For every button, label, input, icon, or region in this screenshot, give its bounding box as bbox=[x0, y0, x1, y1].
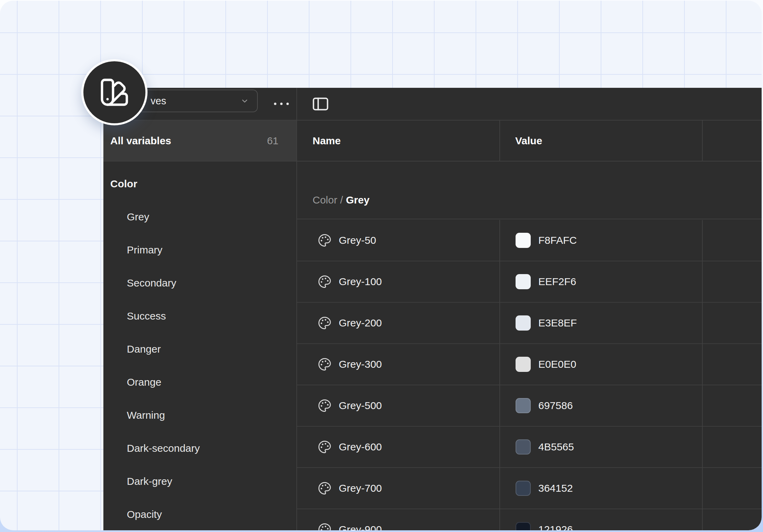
variable-hex-value: 364152 bbox=[538, 482, 573, 494]
toggle-sidebar-button[interactable] bbox=[309, 88, 332, 120]
variable-name-cell: Grey-900 bbox=[318, 509, 382, 530]
color-swatch[interactable] bbox=[516, 357, 531, 372]
variable-name-cell: Grey-500 bbox=[318, 385, 382, 426]
column-divider bbox=[702, 121, 703, 161]
variable-hex-value: EEF2F6 bbox=[538, 276, 576, 288]
palette-icon bbox=[318, 399, 332, 413]
variable-name-cell: Grey-50 bbox=[318, 220, 376, 261]
variable-hex-value: F8FAFC bbox=[538, 234, 577, 246]
sidebar-group-list: Color Grey Primary Secondary Success Dan… bbox=[103, 167, 296, 530]
variable-value-cell: 121926 bbox=[516, 509, 573, 530]
table-row-grey-600[interactable]: Grey-600 4B5565 bbox=[297, 427, 762, 468]
color-swatch[interactable] bbox=[516, 398, 531, 413]
variable-name: Grey-50 bbox=[339, 234, 376, 246]
column-divider bbox=[499, 121, 500, 161]
variable-name: Grey-100 bbox=[339, 276, 382, 288]
variable-name-cell: Grey-100 bbox=[318, 261, 382, 302]
sidebar-item-success[interactable]: Success bbox=[103, 300, 296, 333]
sidebar-item-label: Primary bbox=[127, 244, 162, 256]
color-swatch[interactable] bbox=[516, 439, 531, 455]
more-options-button[interactable] bbox=[265, 88, 297, 120]
sidebar-item-label: Secondary bbox=[127, 277, 176, 289]
variable-hex-value: E3E8EF bbox=[538, 317, 577, 329]
sidebar-section-label: Color bbox=[110, 178, 137, 190]
sidebar-item-orange[interactable]: Orange bbox=[103, 366, 296, 399]
column-header-name: Name bbox=[313, 121, 341, 161]
variables-badge bbox=[81, 59, 147, 125]
variable-hex-value: 121926 bbox=[538, 524, 573, 530]
table-row-grey-500[interactable]: Grey-500 697586 bbox=[297, 385, 762, 427]
variables-panel: ves bbox=[103, 88, 762, 530]
palette-icon bbox=[318, 523, 332, 530]
collection-dropdown-label: ves bbox=[151, 95, 241, 107]
variable-value-cell: 4B5565 bbox=[516, 427, 574, 467]
panel-topbar: ves bbox=[103, 88, 762, 121]
color-swatch[interactable] bbox=[516, 233, 531, 248]
palette-icon bbox=[318, 481, 332, 495]
sidebar-item-label: Grey bbox=[127, 211, 149, 223]
sidebar-item-secondary[interactable]: Secondary bbox=[103, 267, 296, 300]
collection-dropdown[interactable]: ves bbox=[136, 90, 258, 112]
variable-name: Grey-900 bbox=[339, 524, 382, 530]
variables-sidebar: All variables 61 Color Grey Primary Seco… bbox=[103, 121, 296, 530]
color-swatch[interactable] bbox=[516, 522, 531, 530]
table-row-grey-900[interactable]: Grey-900 121926 bbox=[297, 509, 762, 530]
variable-name: Grey-500 bbox=[339, 400, 382, 411]
color-swatch[interactable] bbox=[516, 315, 531, 331]
sidebar-item-label: Opacity bbox=[127, 509, 162, 520]
variable-name: Grey-200 bbox=[339, 317, 382, 329]
group-header: Color / Grey bbox=[297, 161, 762, 219]
variable-value-cell: E3E8EF bbox=[516, 303, 577, 343]
sidebar-item-label: Success bbox=[127, 310, 166, 322]
table-row-grey-200[interactable]: Grey-200 E3E8EF bbox=[297, 303, 762, 344]
sidebar-item-warning[interactable]: Warning bbox=[103, 399, 296, 432]
sidebar-section-color[interactable]: Color bbox=[103, 167, 296, 200]
variables-table: Name Value Color / Grey bbox=[297, 121, 762, 530]
canvas-card: ves bbox=[0, 1, 762, 530]
all-variables-label: All variables bbox=[110, 135, 267, 147]
variable-name: Grey-700 bbox=[339, 482, 382, 494]
panel-left-icon bbox=[312, 97, 329, 111]
palette-icon bbox=[318, 275, 332, 289]
table-row-grey-700[interactable]: Grey-700 364152 bbox=[297, 468, 762, 509]
ellipsis-icon bbox=[274, 103, 276, 105]
table-row-grey-300[interactable]: Grey-300 E0E0E0 bbox=[297, 344, 762, 385]
all-variables-count: 61 bbox=[267, 135, 278, 147]
sidebar-item-opacity[interactable]: Opacity bbox=[103, 498, 296, 530]
table-body: Grey-50 F8FAFC Grey-100 EEF2F6 bbox=[297, 220, 762, 530]
sidebar-item-dark-grey[interactable]: Dark-grey bbox=[103, 465, 296, 498]
sidebar-item-grey[interactable]: Grey bbox=[103, 200, 296, 233]
variable-name-cell: Grey-200 bbox=[318, 303, 382, 343]
sidebar-item-label: Danger bbox=[127, 343, 161, 355]
table-row-grey-100[interactable]: Grey-100 EEF2F6 bbox=[297, 261, 762, 303]
group-header-current: Grey bbox=[346, 194, 369, 206]
variable-value-cell: 697586 bbox=[516, 385, 573, 426]
variable-name-cell: Grey-700 bbox=[318, 468, 382, 509]
sidebar-item-label: Warning bbox=[127, 409, 165, 421]
column-divider bbox=[499, 220, 500, 530]
sidebar-item-all-variables[interactable]: All variables 61 bbox=[103, 121, 296, 161]
sidebar-item-dark-secondary[interactable]: Dark-secondary bbox=[103, 432, 296, 465]
color-swatch[interactable] bbox=[516, 481, 531, 496]
table-header-row: Name Value bbox=[297, 121, 762, 161]
group-header-prefix: Color / bbox=[313, 194, 346, 206]
sidebar-item-primary[interactable]: Primary bbox=[103, 233, 296, 267]
variable-name-cell: Grey-600 bbox=[318, 427, 382, 467]
variable-name: Grey-600 bbox=[339, 441, 382, 453]
variable-value-cell: F8FAFC bbox=[516, 220, 577, 261]
color-swatch[interactable] bbox=[516, 274, 531, 289]
sidebar-item-label: Orange bbox=[127, 376, 161, 388]
variable-value-cell: EEF2F6 bbox=[516, 261, 576, 302]
table-row-grey-50[interactable]: Grey-50 F8FAFC bbox=[297, 220, 762, 261]
chevron-down-icon bbox=[241, 97, 249, 105]
sidebar-item-label: Dark-grey bbox=[127, 476, 172, 487]
variable-name: Grey-300 bbox=[339, 358, 382, 370]
variable-hex-value: E0E0E0 bbox=[538, 358, 576, 370]
variable-hex-value: 4B5565 bbox=[538, 441, 574, 453]
variable-value-cell: E0E0E0 bbox=[516, 344, 576, 385]
palette-icon bbox=[318, 233, 332, 247]
column-divider bbox=[702, 220, 703, 530]
variable-value-cell: 364152 bbox=[516, 468, 573, 509]
sidebar-item-danger[interactable]: Danger bbox=[103, 333, 296, 366]
variable-hex-value: 697586 bbox=[538, 400, 573, 411]
